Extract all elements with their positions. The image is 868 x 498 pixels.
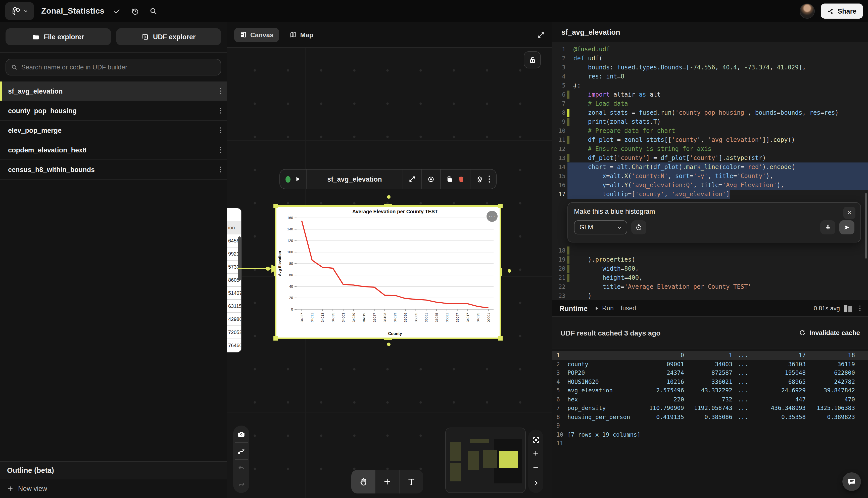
share-button[interactable]: Share (821, 3, 863, 18)
code-line-18[interactable]: 18 (552, 246, 868, 255)
tab-map[interactable]: Map (284, 27, 319, 42)
code-line-2[interactable]: 2def udf( (552, 54, 868, 63)
redo-button[interactable] (233, 476, 249, 493)
voice-input-button[interactable] (820, 220, 835, 234)
udf-result-console[interactable]: 101...17182county0900134003...3610336119… (552, 349, 868, 498)
code-line-17[interactable]: 17 tooltip=['county', 'avg_elevation'] (552, 189, 868, 199)
canvas-minimap[interactable] (445, 428, 526, 493)
panel-collapse-button[interactable] (528, 477, 543, 489)
anchor-dot-top[interactable] (387, 195, 391, 199)
resize-handle-nw[interactable] (273, 204, 278, 208)
visibility-icon[interactable] (427, 175, 435, 183)
ai-prompt-box[interactable]: Make this a blue histogram ✕ GLM (567, 202, 861, 243)
new-view-button[interactable]: New view (0, 480, 227, 498)
code-line-20[interactable]: 20 width=800, (552, 264, 868, 273)
resize-handle-s[interactable] (384, 338, 392, 340)
runtime-kebab-menu[interactable] (859, 305, 861, 312)
line-number: 2 (552, 54, 567, 63)
udf-search[interactable] (5, 59, 221, 76)
code-line-22[interactable]: 22 title='Average Elevation per County T… (552, 282, 868, 291)
code-line-1[interactable]: 1@fused.udf (552, 45, 868, 54)
file-explorer-button[interactable]: File explorer (5, 28, 111, 45)
code-line-11[interactable]: 11 df_plot = zonal_stats[['county', 'avg… (552, 135, 868, 144)
zoom-in-button[interactable] (528, 447, 543, 459)
code-line-8[interactable]: 8 zonal_stats = fused.run('county_pop_ho… (552, 108, 868, 117)
item-kebab-menu[interactable] (220, 127, 222, 134)
resize-handle-sw[interactable] (273, 336, 278, 341)
screenshot-button[interactable] (233, 425, 249, 442)
sidebar-item-census_h8_within_bounds[interactable]: census_h8_within_bounds (0, 160, 227, 180)
anchor-dot-right[interactable] (507, 269, 511, 273)
close-prompt-button[interactable]: ✕ (843, 207, 855, 219)
code-line-21[interactable]: 21 height=400, (552, 273, 868, 282)
model-select[interactable]: GLM (574, 220, 627, 234)
svg-text:36081: 36081 (445, 313, 449, 322)
resize-handle-w[interactable] (274, 268, 276, 276)
code-line-7[interactable]: 7 # Load data (552, 99, 868, 108)
code-line-16[interactable]: 16 y=alt.Y('avg_elevation:Q', title='Avg… (552, 181, 868, 189)
invalidate-cache-button[interactable]: Invalidate cache (799, 329, 860, 337)
item-kebab-menu[interactable] (220, 107, 222, 114)
code-line-13[interactable]: 13 df_plot['county'] = df_plot['county']… (552, 154, 868, 162)
user-avatar[interactable] (800, 3, 815, 18)
code-line-19[interactable]: 19 ).properties( (552, 255, 868, 264)
search-icon[interactable] (145, 2, 162, 19)
vega-actions-menu[interactable]: ··· (487, 211, 498, 222)
resize-handle-se[interactable] (498, 336, 503, 341)
connector-tool-button[interactable] (233, 443, 249, 459)
zoom-out-button[interactable] (528, 461, 543, 473)
run-button[interactable]: Run (595, 305, 614, 312)
table-scrollbar[interactable] (238, 236, 241, 281)
prompt-history-button[interactable] (631, 220, 646, 234)
duplicate-icon[interactable] (446, 175, 453, 183)
expand-canvas-icon[interactable] (537, 31, 545, 39)
code-line-6[interactable]: 6 import altair as alt (552, 90, 868, 99)
resize-handle-ne[interactable] (498, 204, 503, 208)
code-line-10[interactable]: 10 # Prepare data for chart (552, 126, 868, 135)
layers-icon[interactable] (476, 175, 484, 183)
widget-title: sf_avg_elevation (307, 170, 403, 189)
sidebar-item-sf_avg_elevation[interactable]: sf_avg_elevation (0, 81, 227, 101)
code-line-23[interactable]: 23 ) (552, 291, 868, 300)
sidebar-item-elev_pop_merge[interactable]: elev_pop_merge (0, 121, 227, 140)
code-line-5[interactable]: 5⌄): (552, 81, 868, 90)
item-kebab-menu[interactable] (220, 88, 222, 94)
code-line-14[interactable]: 14 chart = alt.Chart(df_plot).mark_line(… (552, 162, 868, 172)
code-line-4[interactable]: 4 res: int=8 (552, 72, 868, 81)
app-logo-menu[interactable] (5, 2, 34, 20)
code-line-15[interactable]: 15 x=alt.X('county:N', sort='-y', title=… (552, 172, 868, 181)
run-widget-button[interactable] (295, 176, 301, 182)
text-tool-button[interactable] (399, 470, 423, 494)
code-line-12[interactable]: 12 # Ensure county is string for axis (552, 144, 868, 154)
sidebar-item-copdem_elevation_hex8[interactable]: copdem_elevation_hex8 (0, 140, 227, 160)
widget-kebab-menu[interactable] (488, 175, 490, 183)
hand-tool-button[interactable] (351, 470, 376, 494)
code-line-3[interactable]: 3 bounds: fused.types.Bounds=[-74.556, 4… (552, 63, 868, 72)
anchor-dot-bottom[interactable] (387, 343, 391, 346)
chart-widget[interactable]: 0204060801001201401603402734031340133403… (275, 205, 501, 339)
item-kebab-menu[interactable] (220, 166, 222, 173)
editor-scrollbar[interactable] (865, 193, 867, 259)
delete-icon[interactable] (458, 175, 464, 183)
item-kebab-menu[interactable] (220, 146, 222, 154)
code-editor[interactable]: 1@fused.udf2def udf(3 bounds: fused.type… (552, 42, 868, 300)
resize-handle-e[interactable] (500, 268, 502, 276)
line-number: 12 (552, 144, 567, 154)
table-widget-partial[interactable]: ion6456992145730486054514076311542980720… (227, 208, 241, 352)
expand-widget-icon[interactable] (409, 175, 416, 183)
fit-view-button[interactable] (528, 434, 543, 446)
feedback-chat-button[interactable] (842, 472, 861, 491)
svg-text:60: 60 (289, 273, 293, 277)
search-input[interactable] (22, 63, 216, 71)
udf-item-label: census_h8_within_bounds (8, 166, 95, 173)
sidebar-item-county_pop_housing[interactable]: county_pop_housing (0, 101, 227, 121)
resize-handle-n[interactable] (384, 204, 392, 206)
udf-explorer-button[interactable]: UDF explorer (116, 28, 221, 45)
code-line-9[interactable]: 9 print(zonal_stats.T) (552, 117, 868, 126)
history-icon[interactable] (127, 2, 144, 19)
tab-canvas[interactable]: Canvas (234, 27, 279, 42)
add-widget-tool-button[interactable] (376, 470, 399, 494)
send-prompt-button[interactable] (839, 220, 854, 234)
undo-button[interactable] (233, 460, 249, 476)
unlock-button[interactable] (524, 51, 541, 68)
